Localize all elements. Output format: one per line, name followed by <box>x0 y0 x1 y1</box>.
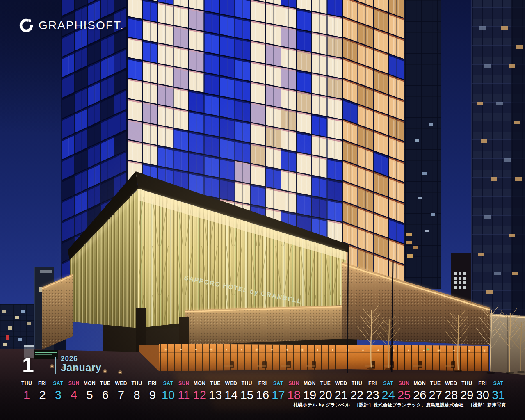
date-number: 15 <box>240 388 253 402</box>
date-number: 13 <box>209 388 222 402</box>
day-of-week-label: SAT <box>493 381 504 386</box>
date-number: 3 <box>55 388 62 402</box>
graphisoft-logo-text: GRAPHISOFT. <box>39 19 124 32</box>
month-name: January <box>61 362 101 374</box>
date-number: 31 <box>492 388 505 402</box>
calendar-day: THU1 <box>19 381 34 402</box>
date-number: 5 <box>86 388 93 402</box>
calendar-day: WED14 <box>223 381 239 402</box>
calendar-day: MON26 <box>412 381 427 402</box>
day-of-week-label: FRI <box>368 381 377 386</box>
date-number: 20 <box>319 388 332 402</box>
date-number: 29 <box>460 388 473 402</box>
calendar-day: TUE27 <box>428 381 443 402</box>
day-of-week-label: THU <box>352 381 362 386</box>
day-of-week-label: TUE <box>210 381 221 386</box>
date-number: 21 <box>335 388 348 402</box>
date-number: 27 <box>429 388 442 402</box>
day-of-week-label: WED <box>115 381 127 386</box>
day-of-week-label: THU <box>131 381 142 386</box>
date-number: 1 <box>23 388 30 402</box>
date-number: 12 <box>193 388 206 402</box>
day-of-week-label: MON <box>194 381 206 386</box>
day-of-week-label: FRI <box>38 381 47 386</box>
calendar-day: FRI2 <box>34 381 50 402</box>
date-number: 10 <box>162 388 175 402</box>
calendar-day: WED21 <box>333 381 349 402</box>
date-number: 14 <box>224 388 237 402</box>
calendar-day: SUN25 <box>396 381 412 402</box>
month-divider <box>55 357 56 374</box>
calendar-day: SUN18 <box>286 381 302 402</box>
date-number: 30 <box>476 388 489 402</box>
calendar-day: SAT3 <box>50 381 66 402</box>
calendar-day: FRI9 <box>145 381 160 402</box>
date-number: 23 <box>366 388 379 402</box>
date-number: 4 <box>71 388 77 402</box>
calendar-day: TUE20 <box>317 381 333 402</box>
calendar-day: THU8 <box>129 381 144 402</box>
calendar-day: TUE13 <box>208 381 223 402</box>
month-block: 1 2026 January <box>22 354 101 376</box>
calendar-day: MON19 <box>302 381 317 402</box>
day-of-week-label: FRI <box>478 381 487 386</box>
date-number: 2 <box>39 388 46 402</box>
year-month: 2026 January <box>61 355 101 374</box>
calendar-day: WED28 <box>443 381 459 402</box>
calendar-day: THU29 <box>459 381 475 402</box>
graphisoft-logo: GRAPHISOFT. <box>19 18 124 33</box>
date-number: 6 <box>102 388 109 402</box>
date-number: 9 <box>149 388 156 402</box>
date-number: 24 <box>382 388 395 402</box>
day-of-week-label: WED <box>445 381 457 386</box>
day-of-week-label: SUN <box>399 381 410 386</box>
day-of-week-label: MON <box>304 381 316 386</box>
day-of-week-label: TUE <box>430 381 441 386</box>
month-number: 1 <box>22 354 34 376</box>
date-number: 11 <box>178 388 190 402</box>
calendar-day: MON5 <box>82 381 97 402</box>
calendar-day: FRI30 <box>475 381 491 402</box>
day-of-week-label: SUN <box>288 381 299 386</box>
date-number: 19 <box>303 388 316 402</box>
date-number: 18 <box>288 388 301 402</box>
day-of-week-label: MON <box>414 381 426 386</box>
calendar-day: SUN4 <box>66 381 82 402</box>
day-of-week-label: TUE <box>100 381 111 386</box>
day-of-week-label: FRI <box>258 381 267 386</box>
day-of-week-label: SAT <box>163 381 173 386</box>
date-number: 8 <box>133 388 140 402</box>
photo-credit: 札幌ホテル by グランベル ［設計］株式会社プランテック、鹿島建設株式会社 ［… <box>293 402 506 408</box>
date-number: 25 <box>397 388 411 402</box>
calendar-day: WED7 <box>113 381 129 402</box>
day-of-week-label: SAT <box>273 381 283 386</box>
date-number: 26 <box>413 388 426 402</box>
calendar-day: SAT17 <box>270 381 286 402</box>
day-of-week-label: SUN <box>178 381 189 386</box>
calendar-row: THU1FRI2SAT3SUN4MON5TUE6WED7THU8FRI9SAT1… <box>19 381 506 402</box>
day-of-week-label: MON <box>84 381 96 386</box>
graphisoft-icon <box>19 18 34 33</box>
day-of-week-label: SUN <box>68 381 80 386</box>
calendar-day: FRI16 <box>255 381 270 402</box>
calendar-day: SUN11 <box>176 381 192 402</box>
day-of-week-label: SAT <box>53 381 64 386</box>
calendar-day: MON12 <box>192 381 208 402</box>
day-of-week-label: THU <box>21 381 32 386</box>
year-label: 2026 <box>61 355 101 362</box>
day-of-week-label: SAT <box>383 381 393 386</box>
calendar-day: SAT10 <box>160 381 176 402</box>
day-of-week-label: THU <box>461 381 472 386</box>
day-of-week-label: WED <box>335 381 347 386</box>
date-number: 7 <box>118 388 124 402</box>
day-of-week-label: WED <box>225 381 237 386</box>
calendar-day: SAT24 <box>381 381 396 402</box>
calendar-day: TUE6 <box>98 381 113 402</box>
date-number: 28 <box>445 388 458 402</box>
date-number: 17 <box>272 388 285 402</box>
date-number: 22 <box>350 388 363 402</box>
date-number: 16 <box>256 388 269 402</box>
calendar-day: FRI23 <box>365 381 380 402</box>
day-of-week-label: TUE <box>320 381 331 386</box>
day-of-week-label: THU <box>242 381 252 386</box>
